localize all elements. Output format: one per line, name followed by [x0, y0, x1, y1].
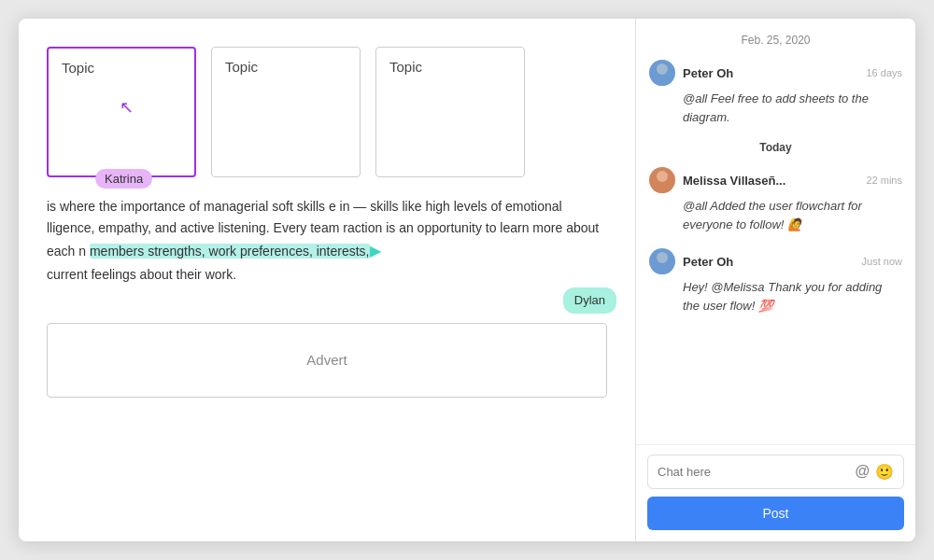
- sender-name-1: Peter Oh: [683, 66, 866, 80]
- chat-input-area: @ 🙂 Post: [636, 444, 915, 541]
- today-divider: Today: [649, 141, 902, 154]
- topic-label-3: Topic: [389, 59, 422, 75]
- message-text-3: Hey! @Melissa Thank you for adding the u…: [649, 278, 902, 315]
- topic-boxes-row: Topic ↖ Katrina Topic Topic: [47, 47, 607, 177]
- svg-point-1: [653, 76, 672, 86]
- emoji-icon[interactable]: 🙂: [875, 463, 894, 481]
- message-header-1: Peter Oh 16 days: [649, 60, 902, 86]
- advert-box: Advert: [47, 323, 607, 398]
- chat-messages-area: Feb. 25, 2020 Peter Oh 16 days @all Feel…: [636, 19, 915, 444]
- topic-box-3: Topic: [375, 47, 525, 177]
- message-header-2: Melissa Villaseñ... 22 mins: [649, 167, 902, 193]
- post-button[interactable]: Post: [647, 497, 904, 530]
- topic-label-2: Topic: [225, 59, 258, 75]
- time-ago-2: 22 mins: [866, 175, 902, 186]
- topic-box-2: Topic: [211, 47, 361, 177]
- time-ago-3: Just now: [862, 256, 902, 267]
- svg-point-5: [653, 264, 672, 274]
- svg-point-4: [657, 252, 668, 263]
- topic-label-1: Topic: [62, 60, 94, 76]
- canvas-area: Topic ↖ Katrina Topic Topic is where the…: [19, 19, 635, 541]
- chat-icons: @ 🙂: [855, 463, 894, 481]
- svg-point-2: [657, 171, 668, 182]
- chat-message-3: Peter Oh Just now Hey! @Melissa Thank yo…: [649, 248, 902, 315]
- sender-name-2: Melissa Villaseñ...: [683, 174, 866, 188]
- main-container: Topic ↖ Katrina Topic Topic is where the…: [19, 19, 915, 541]
- chat-panel: Feb. 25, 2020 Peter Oh 16 days @all Feel…: [635, 19, 915, 541]
- chat-message-2: Melissa Villaseñ... 22 mins @all Added t…: [649, 167, 902, 233]
- topic-box-1: Topic ↖ Katrina: [47, 47, 196, 177]
- chat-input-wrapper[interactable]: @ 🙂: [647, 455, 904, 489]
- dylan-tooltip: Dylan: [563, 287, 616, 313]
- chat-message-1: Peter Oh 16 days @all Feel free to add s…: [649, 60, 902, 126]
- sender-name-3: Peter Oh: [683, 255, 862, 269]
- paragraph-area: is where the importance of managerial so…: [47, 196, 607, 286]
- katrina-tooltip: Katrina: [95, 169, 152, 189]
- time-ago-1: 16 days: [866, 67, 902, 78]
- message-text-2: @all Added the user flowchart for everyo…: [649, 197, 902, 233]
- avatar-peter-1: [649, 60, 675, 86]
- svg-point-3: [653, 183, 672, 193]
- teal-cursor-icon: ▶: [370, 243, 381, 259]
- advert-label: Advert: [306, 352, 347, 368]
- highlighted-text: members strengths, work preferences, int…: [90, 244, 370, 259]
- date-divider-feb: Feb. 25, 2020: [649, 34, 902, 47]
- message-header-3: Peter Oh Just now: [649, 248, 902, 274]
- at-icon[interactable]: @: [855, 463, 870, 481]
- message-text-1: @all Feel free to add sheets to the diag…: [649, 90, 902, 126]
- avatar-peter-2: [649, 248, 675, 274]
- chat-input[interactable]: [658, 465, 855, 479]
- svg-point-0: [657, 63, 668, 75]
- avatar-melissa: [649, 167, 675, 193]
- paragraph-after-highlight: current feelings about their work.: [47, 267, 236, 282]
